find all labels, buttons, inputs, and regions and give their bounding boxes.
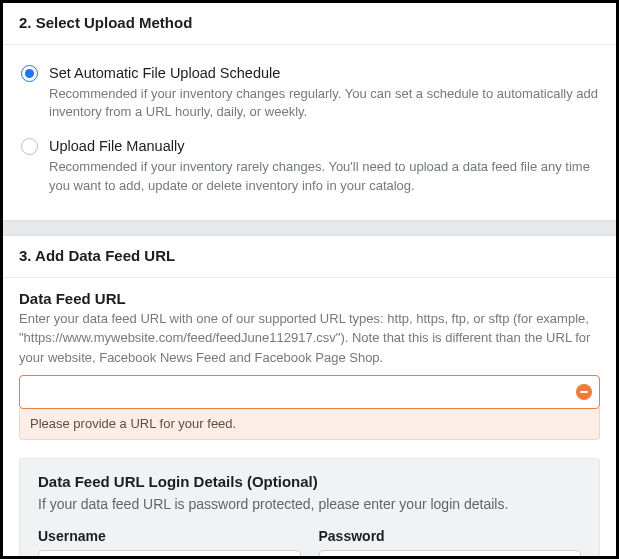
login-details-panel: Data Feed URL Login Details (Optional) I… [19,458,600,559]
password-label: Password [319,528,582,544]
radio-manual-desc: Recommended if your inventory rarely cha… [49,158,600,196]
radio-automatic-title: Set Automatic File Upload Schedule [49,64,600,84]
radio-manual-title: Upload File Manually [49,137,600,157]
feed-url-label: Data Feed URL [19,290,600,307]
username-input[interactable] [38,550,301,559]
radio-manual-indicator[interactable] [21,138,38,155]
feed-url-help: Enter your data feed URL with one of our… [19,309,600,368]
login-details-title: Data Feed URL Login Details (Optional) [38,473,581,490]
radio-automatic-indicator[interactable] [21,65,38,82]
upload-method-options: Set Automatic File Upload Schedule Recom… [3,45,616,220]
radio-option-manual[interactable]: Upload File Manually Recommended if your… [19,128,600,201]
radio-option-automatic[interactable]: Set Automatic File Upload Schedule Recom… [19,55,600,128]
section-feed-url-heading: 3. Add Data Feed URL [3,236,616,278]
password-input[interactable] [319,550,582,559]
section-divider [3,220,616,236]
error-icon [576,384,592,400]
section-upload-method-heading: 2. Select Upload Method [3,3,616,45]
login-details-desc: If your data feed URL is password protec… [38,494,581,514]
feed-url-error-message: Please provide a URL for your feed. [19,408,600,440]
feed-url-input[interactable] [19,375,600,409]
radio-automatic-desc: Recommended if your inventory changes re… [49,85,600,123]
feed-url-group: Data Feed URL Enter your data feed URL w… [3,278,616,441]
username-label: Username [38,528,301,544]
